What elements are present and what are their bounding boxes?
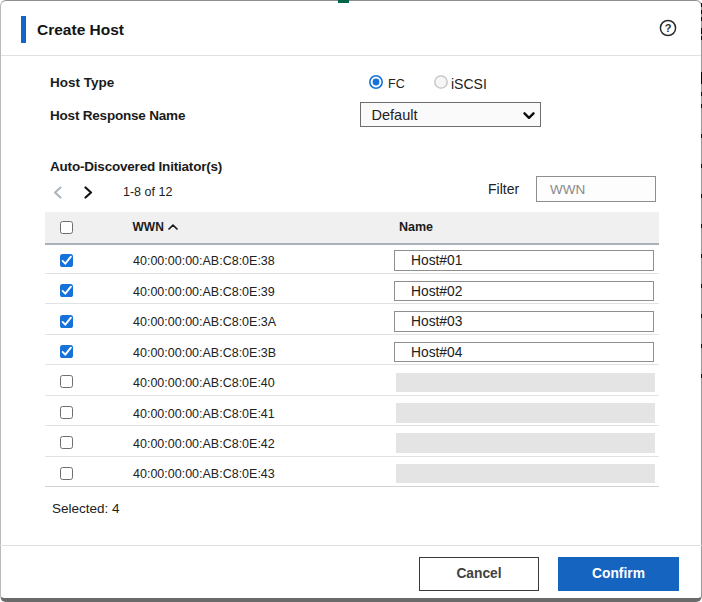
svg-text:?: ? [665, 22, 672, 34]
